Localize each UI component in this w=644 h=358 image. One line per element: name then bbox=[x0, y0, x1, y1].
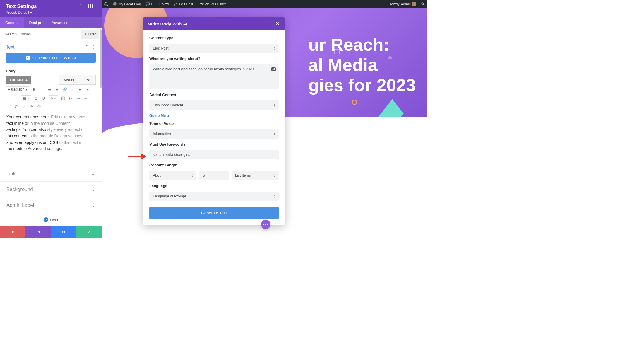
search-icon[interactable] bbox=[421, 2, 425, 6]
added-context-select[interactable]: This Page Content▴▾ bbox=[149, 100, 279, 110]
redo-icon[interactable]: ↷ bbox=[36, 104, 42, 109]
align-left-icon[interactable]: ≡ bbox=[77, 87, 83, 92]
tone-label: Tone of Voice bbox=[149, 121, 279, 126]
ai-icon[interactable]: AI bbox=[271, 67, 276, 71]
quote-icon[interactable]: ❝ bbox=[70, 87, 75, 92]
tab-content[interactable]: Content bbox=[0, 17, 24, 28]
content-length-label: Content Length bbox=[149, 163, 279, 167]
settings-sidebar: Text Settings Preset: Default▾ Content D… bbox=[0, 0, 102, 238]
language-select[interactable]: Language of Prompt▴▾ bbox=[149, 192, 279, 201]
special-char-icon[interactable]: Ω bbox=[13, 104, 19, 109]
align-justify-icon[interactable]: ≡ bbox=[13, 96, 19, 101]
add-media-button[interactable]: ADD MEDIA bbox=[6, 76, 31, 84]
indent-icon[interactable]: ⇥ bbox=[76, 96, 81, 101]
text-section-label[interactable]: Text bbox=[6, 45, 14, 50]
site-name[interactable]: My Great Blog bbox=[113, 2, 141, 6]
more-actions-fab[interactable] bbox=[261, 220, 270, 229]
added-context-label: Added Context bbox=[149, 93, 279, 97]
howdy-user[interactable]: Howdy, admin bbox=[389, 2, 416, 6]
visual-tab[interactable]: Visual bbox=[59, 75, 79, 85]
color-select[interactable]: A ▾ bbox=[49, 95, 58, 101]
admin-label-accordion[interactable]: Admin Label⌄ bbox=[0, 197, 102, 213]
comments-link[interactable]: 0 bbox=[146, 2, 153, 6]
writing-about-label: What are you writing about? bbox=[149, 57, 279, 61]
text-tab[interactable]: Text bbox=[79, 75, 96, 85]
search-options-input[interactable] bbox=[0, 28, 81, 40]
save-button[interactable]: ✓ bbox=[76, 226, 102, 238]
bold-icon[interactable]: B bbox=[32, 87, 37, 92]
emoji-icon[interactable]: ☺ bbox=[21, 104, 26, 109]
italic-icon[interactable]: I bbox=[39, 87, 44, 92]
svg-point-2 bbox=[422, 3, 424, 5]
tab-design[interactable]: Design bbox=[24, 17, 46, 28]
outdent-icon[interactable]: ⇤ bbox=[83, 96, 88, 101]
keywords-input[interactable]: social media strategies bbox=[149, 150, 279, 159]
hero-title: ur Reach:al Mediagies for 2023 bbox=[308, 35, 416, 95]
help-icon: ? bbox=[44, 217, 48, 222]
fullscreen-icon[interactable]: ⛶ bbox=[6, 104, 11, 109]
length-unit-select[interactable]: List Items▴▾ bbox=[232, 171, 279, 180]
sidebar-header: Text Settings Preset: Default▾ bbox=[0, 0, 102, 17]
cancel-button[interactable]: ✕ bbox=[0, 226, 25, 238]
new-link[interactable]: +New bbox=[158, 2, 169, 6]
generate-content-button[interactable]: AIGenerate Content With AI bbox=[6, 53, 96, 63]
expand-icon[interactable] bbox=[80, 4, 84, 8]
wp-admin-bar: My Great Blog 0 +New Edit Post Exit Visu… bbox=[102, 0, 427, 8]
content-type-label: Content Type bbox=[149, 36, 279, 40]
chevron-down-icon: ⌄ bbox=[91, 186, 95, 192]
ai-icon: AI bbox=[26, 56, 30, 60]
length-number-input[interactable]: 5 bbox=[199, 171, 229, 180]
help-link[interactable]: ?Help bbox=[0, 213, 102, 226]
redo-button[interactable]: ↻ bbox=[51, 226, 76, 238]
collapse-icon[interactable]: ⌃ bbox=[85, 44, 89, 50]
chevron-down-icon: ⌄ bbox=[91, 202, 95, 208]
close-icon[interactable]: ✕ bbox=[275, 21, 280, 27]
modal-title: Write Body With AI bbox=[148, 21, 187, 26]
sidebar-scrollbar[interactable] bbox=[100, 29, 102, 226]
bullet-list-icon[interactable]: ☰ bbox=[47, 87, 52, 92]
table-select[interactable]: ▦ ▾ bbox=[21, 95, 31, 101]
language-label: Language bbox=[149, 184, 279, 188]
wp-logo[interactable] bbox=[104, 2, 108, 6]
preset-dropdown[interactable]: Preset: Default▾ bbox=[6, 11, 96, 15]
settings-tabs: Content Design Advanced bbox=[0, 17, 102, 28]
filter-button[interactable]: +Filter bbox=[81, 30, 99, 39]
background-accordion[interactable]: Background⌄ bbox=[0, 182, 102, 197]
ai-modal: Write Body With AI ✕ Content Type Blog P… bbox=[143, 17, 285, 225]
editor-content[interactable]: Your content goes here. Edit or remove t… bbox=[0, 111, 102, 155]
layout-icon[interactable] bbox=[88, 4, 93, 8]
number-list-icon[interactable]: ≡ bbox=[54, 87, 60, 92]
svg-point-0 bbox=[105, 2, 108, 6]
tab-advanced[interactable]: Advanced bbox=[46, 17, 74, 28]
paragraph-select[interactable]: Paragraph▾ bbox=[6, 86, 29, 92]
editor-toolbar: Paragraph▾ B I ☰ ≡ 🔗 ❝ ≡ ≡ ≡ ≡ ▦ ▾ S U A… bbox=[0, 85, 102, 111]
align-right-icon[interactable]: ≡ bbox=[6, 96, 11, 101]
section-more-icon[interactable]: ⋮ bbox=[91, 44, 96, 50]
align-center-icon[interactable]: ≡ bbox=[85, 87, 90, 92]
keywords-label: Must Use Keywords bbox=[149, 142, 279, 146]
paste-icon[interactable]: 📋 bbox=[60, 96, 66, 101]
length-mode-select[interactable]: About▴▾ bbox=[149, 171, 196, 180]
underline-icon[interactable]: U bbox=[41, 96, 46, 101]
guide-me-toggle[interactable]: Guide Me▴ bbox=[149, 113, 279, 118]
content-type-select[interactable]: Blog Post▴▾ bbox=[149, 44, 279, 53]
tone-select[interactable]: Informative▴▾ bbox=[149, 129, 279, 139]
generate-text-button[interactable]: Generate Text bbox=[149, 207, 279, 219]
edit-post-link[interactable]: Edit Post bbox=[174, 2, 193, 6]
clear-format-icon[interactable]: T× bbox=[68, 96, 73, 101]
strike-icon[interactable]: S bbox=[33, 96, 39, 101]
more-icon[interactable] bbox=[97, 4, 97, 8]
chevron-down-icon: ⌄ bbox=[91, 171, 95, 177]
link-accordion[interactable]: Link⌄ bbox=[0, 166, 102, 182]
annotation-arrow bbox=[128, 153, 149, 160]
undo-icon[interactable]: ↶ bbox=[29, 104, 34, 109]
exit-vb-link[interactable]: Exit Visual Builder bbox=[198, 2, 226, 6]
writing-about-textarea[interactable] bbox=[149, 64, 279, 89]
body-label: Body bbox=[0, 65, 102, 75]
link-icon[interactable]: 🔗 bbox=[62, 87, 67, 92]
undo-button[interactable]: ↺ bbox=[25, 226, 51, 238]
avatar bbox=[412, 2, 416, 6]
